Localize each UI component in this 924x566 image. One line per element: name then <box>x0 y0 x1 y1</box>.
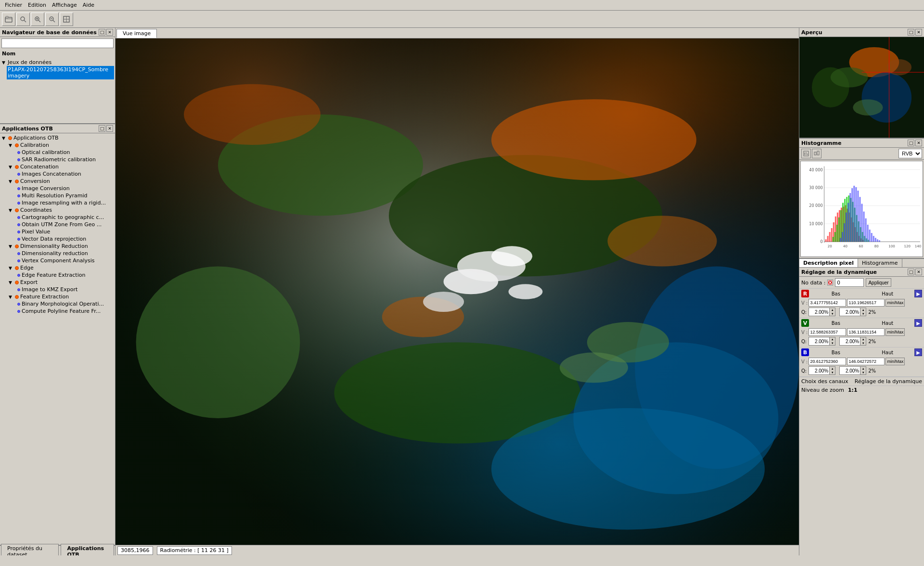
channel-b-arrow[interactable]: ▶ <box>914 348 922 356</box>
channel-v-arrow[interactable]: ▶ <box>914 319 922 327</box>
svg-rect-74 <box>827 236 829 242</box>
apercu-close-icon[interactable]: ✕ <box>915 29 922 36</box>
edge-expander: ▼ <box>9 266 13 270</box>
r-q-bas-down[interactable]: ▼ <box>829 312 835 316</box>
menu-edition[interactable]: Edition <box>25 1 49 9</box>
app-image-conversion[interactable]: Image Conversion <box>8 185 114 192</box>
tab-description-pixel[interactable]: Description pixel <box>799 259 858 267</box>
svg-line-5 <box>38 20 40 22</box>
app-optical-calibration[interactable]: Optical calibration <box>8 149 114 156</box>
app-kmz[interactable]: Image to KMZ Export <box>8 286 114 293</box>
app-sar-radiometric[interactable]: SAR Radiometric calibration <box>8 156 114 163</box>
b-q-bas-input[interactable] <box>809 367 829 374</box>
zoom-extent-button[interactable] <box>60 13 73 26</box>
b-q-bas-down[interactable]: ▼ <box>829 371 835 374</box>
v-q-bas-up[interactable]: ▲ <box>829 337 835 341</box>
bottom-tabs: Propriétés du dataset Applications OTB <box>0 545 115 555</box>
category-edge[interactable]: ▼ Edge <box>8 264 114 271</box>
v-haut-input[interactable] <box>847 328 885 336</box>
nav-icon-1[interactable]: □ <box>99 29 105 36</box>
category-feature[interactable]: ▼ Feature Extraction <box>8 293 114 300</box>
image-view[interactable] <box>116 39 799 545</box>
r-minmax-button[interactable]: min/Max <box>886 299 905 307</box>
v-q-haut-up[interactable]: ▲ <box>860 337 866 341</box>
b-haut-input[interactable] <box>847 358 885 365</box>
app-multi-resolution[interactable]: Multi Resolution Pyramid <box>8 192 114 199</box>
apps-close-icon[interactable]: ✕ <box>106 125 113 132</box>
dataset-item[interactable]: P1APX-201207258363l194CP_Sombre imagery <box>7 66 114 79</box>
appliquer-button[interactable]: Appliquer <box>866 278 891 287</box>
reglage-icon-1[interactable]: □ <box>908 269 914 275</box>
app-binary-morph[interactable]: Binary Morphological Operati... <box>8 300 114 308</box>
nodata-checkbox[interactable] <box>827 280 833 285</box>
r-q-haut-up[interactable]: ▲ <box>860 308 866 312</box>
app-compute-polyline[interactable]: Compute Polyline Feature Fr... <box>8 308 114 315</box>
r-q-haut-input[interactable] <box>840 308 860 316</box>
vector-icon <box>17 238 20 241</box>
reglage-close-icon[interactable]: ✕ <box>915 269 922 275</box>
category-dim-reduction[interactable]: ▼ Dimensionality Reduction <box>8 243 114 250</box>
category-conversion[interactable]: ▼ Conversion <box>8 178 114 185</box>
app-vertex[interactable]: Vertex Component Analysis <box>8 257 114 264</box>
apercu-icon-1[interactable]: □ <box>908 29 914 36</box>
hist-close-icon[interactable]: ✕ <box>915 140 922 146</box>
app-edge-feature[interactable]: Edge Feature Extraction <box>8 271 114 279</box>
hist-icon-1[interactable]: □ <box>908 140 914 146</box>
apps-icon-1[interactable]: □ <box>99 125 105 132</box>
zoom-out-button[interactable] <box>45 13 59 26</box>
reglage-panel: Réglage de la dynamique □ ✕ No data : Ap… <box>799 268 924 555</box>
v-q-haut-down[interactable]: ▼ <box>860 341 866 345</box>
category-coordinates[interactable]: ▼ Coordinates <box>8 206 114 214</box>
menu-aide[interactable]: Aide <box>80 1 97 9</box>
app-cartographic[interactable]: Cartographic to geographic c... <box>8 214 114 221</box>
left-panel: Navigateur de base de données □ ✕ Nom ▼ … <box>0 28 116 555</box>
v-q-bas-down[interactable]: ▼ <box>829 341 835 345</box>
hist-tool-1[interactable] <box>801 149 811 158</box>
datasets-root[interactable]: ▼ Jeux de données <box>1 59 114 66</box>
tab-proprietes[interactable]: Propriétés du dataset <box>1 544 59 556</box>
app-dim-reduction[interactable]: Dimensionality reduction <box>8 250 114 257</box>
r-q-bas-up[interactable]: ▲ <box>829 308 835 312</box>
category-calibration[interactable]: ▼ Calibration <box>8 142 114 149</box>
apps-root[interactable]: ▼ Applications OTB <box>1 134 114 142</box>
v-q-bas-input[interactable] <box>809 337 829 345</box>
r-q-bas-input[interactable] <box>809 308 829 316</box>
nodata-input[interactable] <box>835 278 864 287</box>
r-bas-input[interactable] <box>808 299 846 307</box>
category-export[interactable]: ▼ Export <box>8 279 114 286</box>
utm-icon <box>17 223 20 226</box>
v-bas-input[interactable] <box>808 328 846 336</box>
svg-point-31 <box>491 246 532 266</box>
category-concatenation[interactable]: ▼ Concatenation <box>8 163 114 170</box>
app-vector-data[interactable]: Vector Data reprojection <box>8 235 114 243</box>
nav-close-icon[interactable]: ✕ <box>106 29 113 36</box>
app-images-concat[interactable]: Images Concatenation <box>8 170 114 178</box>
tab-histogramme[interactable]: Histogramme <box>858 259 902 267</box>
b-bas-input[interactable] <box>808 358 846 365</box>
r-q-haut-down[interactable]: ▼ <box>860 312 866 316</box>
b-minmax-button[interactable]: min/Max <box>886 358 905 365</box>
tab-vue-image[interactable]: Vue image <box>116 29 157 38</box>
r-haut-input[interactable] <box>847 299 885 307</box>
hist-tool-2[interactable] <box>812 149 821 158</box>
nodata-label: No data : <box>801 280 825 286</box>
svg-point-43 <box>831 67 868 88</box>
menu-affichage[interactable]: Affichage <box>49 1 80 9</box>
channel-r-arrow[interactable]: ▶ <box>914 290 922 297</box>
nav-search-input[interactable] <box>1 39 114 48</box>
open-button[interactable] <box>2 13 15 26</box>
b-q-haut-down[interactable]: ▼ <box>860 371 866 374</box>
tab-applications[interactable]: Applications OTB <box>61 544 114 556</box>
menu-fichier[interactable]: Fichier <box>2 1 25 9</box>
zoom-in-button[interactable] <box>31 13 44 26</box>
search-button[interactable] <box>16 13 30 26</box>
app-image-resampling[interactable]: Image resampling with a rigid... <box>8 199 114 206</box>
b-q-bas-up[interactable]: ▲ <box>829 367 835 371</box>
b-q-haut-up[interactable]: ▲ <box>860 367 866 371</box>
v-q-haut-input[interactable] <box>840 337 860 345</box>
rvb-select[interactable]: RVB <box>898 149 922 158</box>
app-obtain-utm[interactable]: Obtain UTM Zone From Geo ... <box>8 221 114 228</box>
app-pixel-value[interactable]: Pixel Value <box>8 228 114 235</box>
b-q-haut-input[interactable] <box>840 367 860 374</box>
v-minmax-button[interactable]: min/Max <box>886 328 905 336</box>
